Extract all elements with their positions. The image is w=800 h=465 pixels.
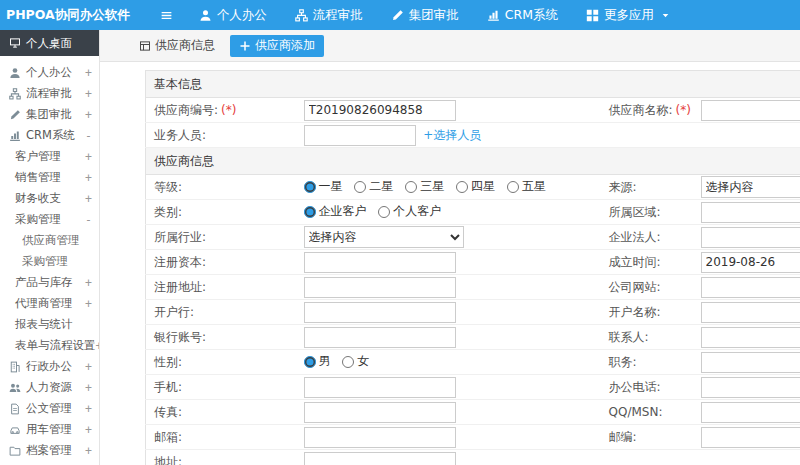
expand-toggle[interactable]: + [85,66,99,80]
gender-radio-male[interactable] [304,356,316,368]
nav-process-approval[interactable]: 流程审批 [281,0,377,30]
level-option-4[interactable]: 四星 [456,178,495,195]
sidebar-item-crm-system[interactable]: CRM系统 - [0,125,99,146]
sidebar-item-customer-mgmt[interactable]: 客户管理 + [0,146,99,167]
level-radio-2[interactable] [354,181,366,193]
desktop-icon [9,37,21,49]
sidebar-item-vehicle-mgmt[interactable]: 用车管理 + [0,419,99,440]
level-radio-5[interactable] [507,181,519,193]
gender-option-female[interactable]: 女 [342,353,369,370]
account-no-input[interactable] [304,327,456,348]
website-input[interactable] [701,277,800,298]
expand-toggle[interactable]: + [85,360,99,374]
zip-input[interactable] [701,427,800,448]
level-radio-3[interactable] [405,181,417,193]
form-row: 地址: [146,450,800,465]
expand-toggle[interactable]: + [85,402,99,416]
level-radio-4[interactable] [456,181,468,193]
sidebar-item-hr[interactable]: 人力资源 + [0,377,99,398]
expand-toggle[interactable]: + [85,108,99,122]
source-select[interactable]: 选择内容 [701,176,800,198]
collapse-toggle[interactable]: - [85,213,99,227]
sidebar-item-sales-mgmt[interactable]: 销售管理 + [0,167,99,188]
sidebar-item-process-approval[interactable]: 流程审批 + [0,83,99,104]
sidebar-item-document-mgmt[interactable]: 公文管理 + [0,398,99,419]
sidebar-item-archive-mgmt[interactable]: 档案管理 + [0,440,99,461]
sidebar-item-purchase-mgmt-sub[interactable]: 采购管理 [0,251,99,272]
contact-input[interactable] [701,327,800,348]
expand-toggle[interactable]: + [85,423,99,437]
nav-personal-office[interactable]: 个人办公 [185,0,281,30]
sidebar-item-product-inventory[interactable]: 产品与库存 + [0,272,99,293]
nav-more-apps[interactable]: 更多应用 [572,0,684,30]
address-input[interactable] [304,452,456,465]
qq-msn-input[interactable] [701,402,800,423]
field-label: 注册地址: [154,280,206,294]
sidebar-item-label: 销售管理 [15,170,61,185]
sidebar-item-personal-desktop[interactable]: 个人桌面 [0,30,99,56]
form-row: 注册资本: 成立时间: [146,250,800,275]
sidebar-item-admin-office[interactable]: 行政办公 + [0,356,99,377]
category-option-personal[interactable]: 个人客户 [378,203,441,220]
legal-person-input[interactable] [701,227,800,248]
collapse-toggle[interactable]: - [85,129,99,143]
tab-supplier-add[interactable]: 供应商添加 [230,35,324,57]
hamburger-icon [160,9,173,22]
supplier-name-input[interactable] [701,100,800,121]
level-option-5[interactable]: 五星 [507,178,546,195]
sidebar-item-group-approval[interactable]: 集团审批 + [0,104,99,125]
position-input[interactable] [701,352,800,373]
email-input[interactable] [304,427,456,448]
expand-toggle[interactable]: + [85,192,99,206]
expand-toggle[interactable]: + [96,339,100,353]
choose-staff-link[interactable]: +选择人员 [423,128,481,142]
level-option-3[interactable]: 三星 [405,178,444,195]
category-radio-company[interactable] [304,206,316,218]
nav-crm-system[interactable]: CRM系统 [473,0,572,30]
level-radio-1[interactable] [304,181,316,193]
gender-option-male[interactable]: 男 [304,353,331,370]
capital-input[interactable] [304,252,456,273]
sidebar-item-supplier-mgmt[interactable]: 供应商管理 [0,230,99,251]
app-logo[interactable]: PHPOA协同办公软件 [0,7,140,24]
expand-toggle[interactable]: + [85,87,99,101]
reg-address-input[interactable] [304,277,456,298]
expand-toggle[interactable]: + [85,171,99,185]
expand-toggle[interactable]: + [85,297,99,311]
nav-group-approval[interactable]: 集团审批 [377,0,473,30]
tab-supplier-info[interactable]: 供应商信息 [130,35,224,57]
staff-input[interactable] [304,125,416,146]
field-label: 地址: [154,455,182,465]
founded-date-input[interactable] [701,252,800,273]
fax-input[interactable] [304,402,456,423]
sidebar-item-personal-office[interactable]: 个人办公 + [0,62,99,83]
expand-toggle[interactable]: + [85,381,99,395]
mobile-input[interactable] [304,377,456,398]
expand-toggle[interactable]: + [85,276,99,290]
sidebar-item-purchase-mgmt[interactable]: 采购管理 - [0,209,99,230]
supplier-code-input[interactable] [304,100,456,121]
flow-icon [295,9,308,22]
bank-input[interactable] [304,302,456,323]
sidebar-item-form-flow-settings[interactable]: 表单与流程设置 + [0,335,99,356]
office-phone-input[interactable] [701,377,800,398]
level-option-1[interactable]: 一星 [304,178,343,195]
region-input[interactable] [701,202,800,223]
main-nav: 个人办公 流程审批 集团审批 CRM系统 更多应用 [185,0,684,30]
supplier-form: 基本信息 供应商编号:(*) 供应商名称:(*) 业务人员: +选择人员 [145,70,800,465]
sidebar-item-finance[interactable]: 财务收支 + [0,188,99,209]
account-name-input[interactable] [701,302,800,323]
field-label: 来源: [609,180,637,194]
sidebar-item-reports[interactable]: 报表与统计 [0,314,99,335]
level-option-2[interactable]: 二星 [354,178,393,195]
section-title: 基本信息 [154,77,202,91]
menu-toggle-button[interactable] [160,9,173,22]
expand-toggle[interactable]: + [85,444,99,458]
expand-toggle[interactable]: + [85,150,99,164]
category-option-company[interactable]: 企业客户 [304,203,367,220]
gender-radio-female[interactable] [342,356,354,368]
field-label: 等级: [154,180,182,194]
industry-select[interactable]: 选择内容 [304,226,464,248]
category-radio-personal[interactable] [378,206,390,218]
sidebar-item-agent-mgmt[interactable]: 代理商管理 + [0,293,99,314]
